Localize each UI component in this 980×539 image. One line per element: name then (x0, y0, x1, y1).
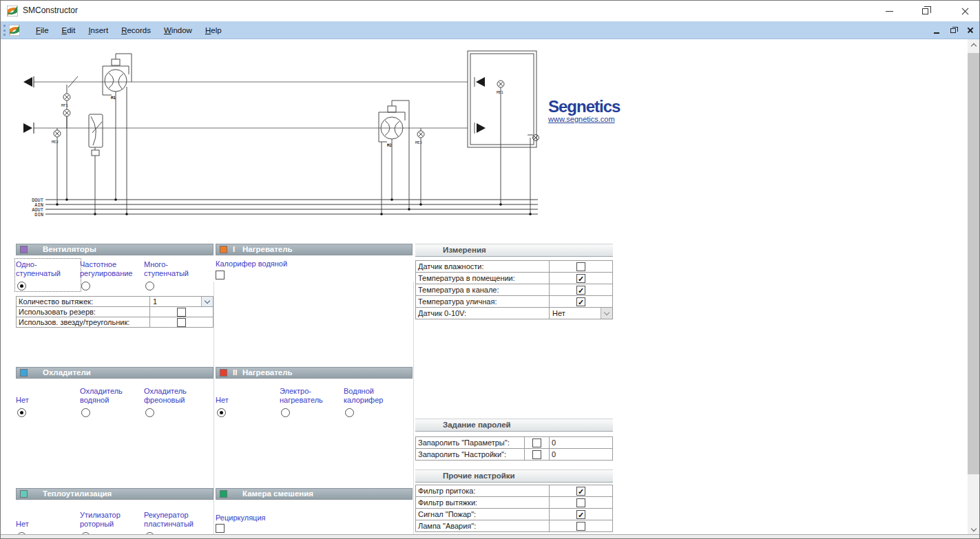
password-parameters-value[interactable]: 0 (550, 437, 612, 448)
fan-option-multi-stage[interactable]: Много- ступенчатый (144, 260, 208, 290)
heater2-radio-group: Нет Электро- нагреватель Водяной калориф… (216, 386, 413, 417)
dropdown-arrow-icon[interactable] (601, 308, 612, 319)
mdi-restore-icon[interactable] (950, 28, 956, 33)
radio-cooler-none[interactable] (17, 408, 26, 417)
table-row: Запаролить "Настройки": 0 (416, 449, 612, 461)
duct-temp-checkbox[interactable] (576, 286, 585, 295)
exhaust-filter-checkbox[interactable] (576, 498, 585, 507)
close-icon[interactable] (950, 1, 980, 21)
row-label: Фильтр вытяжки: (416, 497, 550, 508)
menu-window[interactable]: Window (162, 25, 194, 36)
radio-multi-stage[interactable] (145, 282, 154, 290)
password-settings-checkbox[interactable] (532, 450, 541, 459)
row-label: Температура в помещении: (416, 273, 550, 284)
dropdown-arrow-icon[interactable] (201, 297, 213, 306)
signal-wires (57, 87, 530, 214)
password-settings-value[interactable]: 0 (550, 449, 612, 460)
radio-cooler-water[interactable] (81, 408, 90, 417)
cooler-option-freon[interactable]: Охладитель фреоновый (144, 386, 208, 417)
heater2-option-water[interactable]: Водяной калорифер (344, 386, 408, 417)
fire-signal-checkbox[interactable] (576, 510, 585, 519)
star-delta-checkbox[interactable] (177, 318, 186, 327)
other-settings-table: Фильтр притока: Фильтр вытяжки: Сигнал "… (415, 485, 613, 532)
sensor-0-10v-select[interactable]: Нет (550, 308, 612, 319)
menu-help[interactable]: Help (203, 25, 224, 36)
table-row: Количество вытяжек: 1 (17, 297, 213, 307)
app-icon (7, 6, 18, 17)
logo-link[interactable]: www.segnetics.com (548, 115, 651, 123)
scrollbar-thumb[interactable] (968, 53, 979, 474)
filter (89, 114, 103, 156)
recirculation-checkbox[interactable] (216, 524, 225, 533)
coolers-color-square (20, 369, 28, 377)
document-area: MF1 ME2 (1, 39, 979, 538)
room-sensor-label: ME1 (497, 90, 503, 94)
cooler-radio-group: Нет Охладитель водяной Охладитель фреоно… (16, 386, 213, 417)
panel-header-heater1: IНагреватель (216, 244, 413, 255)
humidity-sensor-checkbox[interactable] (576, 262, 585, 271)
toolbar-app-icon[interactable] (9, 25, 20, 36)
table-row: Датчик 0-10V: Нет (416, 308, 612, 319)
table-row: Фильтр вытяжки: (416, 497, 612, 509)
restore-icon[interactable] (910, 1, 941, 21)
heater2-option-none[interactable]: Нет (216, 386, 280, 417)
exhaust-fan-label: M1 (111, 95, 116, 100)
menu-edit[interactable]: Edit (60, 25, 78, 36)
cooler-option-water[interactable]: Охладитель водяной (80, 386, 144, 417)
radio-heater2-water[interactable] (345, 408, 354, 417)
scroll-up-icon[interactable] (968, 39, 979, 51)
cooler-option-none[interactable]: Нет (16, 386, 80, 417)
damper-motor-label: MF1 (61, 103, 68, 107)
segnetics-logo: Segnetics www.segnetics.com (548, 98, 651, 123)
heater1-color-square (220, 246, 227, 253)
title-bar: SMConstructor (1, 1, 979, 21)
room-temp-checkbox[interactable] (576, 274, 585, 283)
bus-label-din: DIN (34, 212, 43, 218)
table-row: Температура в канале: (416, 284, 612, 296)
radio-single-stage[interactable] (17, 282, 26, 290)
logo-text: Segnetics (548, 98, 651, 115)
table-row: Сигнал "Пожар": (416, 509, 612, 520)
menu-file[interactable]: File (34, 25, 51, 36)
row-label: Фильтр притока: (416, 485, 550, 496)
heater2-color-square (220, 369, 227, 377)
heater2-option-electric[interactable]: Электро- нагреватель (280, 386, 344, 417)
duct-sensor (417, 128, 424, 138)
menu-records[interactable]: Records (119, 25, 153, 36)
mixing-color-square (220, 490, 227, 498)
toolbar-grip[interactable] (3, 25, 6, 36)
recirculation-label: Рециркуляция (216, 514, 266, 522)
table-row: Температура уличная: (416, 296, 612, 308)
exhaust-count-select[interactable]: 1 (150, 297, 213, 306)
panel-header-heater2: IIНагреватель (216, 367, 413, 379)
radio-frequency-control[interactable] (81, 282, 90, 290)
alarm-lamp-checkbox[interactable] (576, 522, 585, 531)
radio-heater2-none[interactable] (217, 408, 226, 417)
radio-cooler-freon[interactable] (145, 408, 154, 417)
mdi-minimize-icon[interactable] (934, 32, 939, 34)
measurements-table: Датчик влажности: Температура в помещени… (415, 260, 613, 319)
vertical-scrollbar[interactable] (968, 39, 979, 536)
menu-bar: File Edit Insert Records Window Help (1, 21, 979, 39)
row-label: Запаролить "Параметры": (416, 437, 525, 448)
radio-heater2-electric[interactable] (281, 408, 290, 417)
panel-header-heat-recovery: Теплоутилизация (16, 488, 213, 500)
use-reserve-checkbox[interactable] (177, 308, 186, 317)
panel-header-coolers: Охладители (16, 367, 213, 379)
table-row: Лампа "Авария": (416, 520, 612, 532)
outdoor-temp-checkbox[interactable] (576, 297, 585, 306)
minimize-icon[interactable] (874, 1, 905, 21)
window-bottom-border (1, 534, 979, 538)
table-row: Фильтр притока: (416, 485, 612, 497)
row-label: Датчик влажности: (416, 261, 550, 272)
mdi-close-icon[interactable] (967, 27, 974, 34)
panel-header-other-settings: Прочие настройки (415, 469, 613, 483)
heat-recovery-color-square (20, 490, 28, 498)
fan-option-single-stage[interactable]: Одно- ступенчатый (16, 260, 80, 290)
fan-option-frequency-control[interactable]: Частотное регулирование (80, 260, 144, 290)
water-heater-checkbox[interactable] (216, 271, 225, 279)
table-row: Запаролить "Параметры": 0 (416, 437, 612, 449)
password-parameters-checkbox[interactable] (532, 438, 541, 447)
supply-filter-checkbox[interactable] (576, 487, 585, 496)
menu-insert[interactable]: Insert (86, 25, 110, 36)
